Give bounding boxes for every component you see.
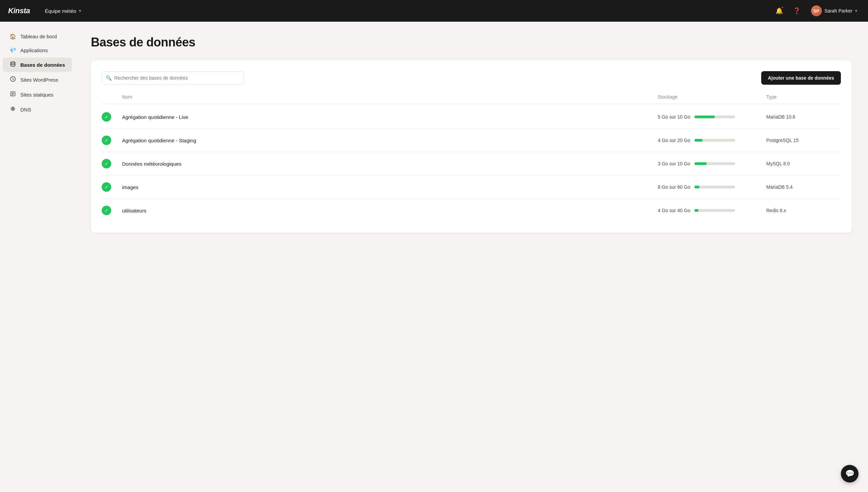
- progress-bar: [694, 209, 735, 212]
- db-name: Agrégation quotidienne - Staging: [122, 138, 658, 143]
- team-name: Équipe météo: [45, 8, 76, 14]
- sidebar-item-dns[interactable]: DNS: [3, 102, 72, 117]
- col-header-status: [102, 94, 122, 100]
- db-name: Agrégation quotidienne - Live: [122, 114, 658, 120]
- storage-cell: 4 Go sur 40 Go: [658, 208, 766, 213]
- storage-text: 4 Go sur 20 Go: [658, 138, 690, 143]
- table-row[interactable]: ✓ Agrégation quotidienne - Live 5 Go sur…: [102, 105, 841, 129]
- databases-card: 🔍 Ajouter une base de données Nom Stocka…: [91, 60, 852, 233]
- user-chevron-icon: ▾: [855, 8, 857, 13]
- search-wrap: 🔍: [102, 71, 244, 84]
- sidebar-item-bases-de-donnees[interactable]: Bases de données: [3, 58, 72, 72]
- sidebar-item-label: Sites statiques: [20, 92, 54, 98]
- db-name: utilisateurs: [122, 208, 658, 213]
- sidebar-item-label: Sites WordPress: [20, 77, 58, 83]
- notification-badge: [781, 6, 784, 9]
- page-title: Bases de données: [91, 35, 852, 49]
- sidebar-item-applications[interactable]: 💎 Applications: [3, 44, 72, 57]
- wordpress-icon: [9, 76, 16, 83]
- db-name: images: [122, 184, 658, 190]
- table-row[interactable]: ✓ Agrégation quotidienne - Staging 4 Go …: [102, 129, 841, 152]
- chat-icon: 💬: [845, 469, 854, 478]
- progress-bar-fill: [694, 139, 703, 142]
- chat-button[interactable]: 💬: [841, 465, 859, 483]
- progress-bar: [694, 186, 735, 188]
- progress-bar: [694, 116, 735, 118]
- sidebar-item-label: Applications: [20, 47, 48, 53]
- storage-text: 8 Go sur 60 Go: [658, 184, 690, 190]
- logo[interactable]: Kinsta: [8, 6, 30, 15]
- progress-bar: [694, 139, 735, 142]
- table-body: ✓ Agrégation quotidienne - Live 5 Go sur…: [102, 105, 841, 222]
- notifications-button[interactable]: 🔔: [773, 5, 785, 17]
- svg-point-0: [11, 62, 15, 63]
- progress-bar-fill: [694, 162, 707, 165]
- table-header: Nom Stockage Type: [102, 94, 841, 104]
- storage-text: 4 Go sur 40 Go: [658, 208, 690, 213]
- db-type: MySQL 8.0: [766, 161, 841, 166]
- storage-text: 3 Go sur 10 Go: [658, 161, 690, 166]
- main-content: Bases de données 🔍 Ajouter une base de d…: [75, 22, 868, 492]
- db-type: PostgreSQL 15: [766, 138, 841, 143]
- sidebar-item-sites-wordpress[interactable]: Sites WordPress: [3, 73, 72, 87]
- sidebar: 🏠 Tableau de bord 💎 Applications Bases d…: [0, 22, 75, 492]
- search-input[interactable]: [102, 71, 244, 84]
- chevron-down-icon: ▾: [79, 8, 81, 13]
- help-button[interactable]: ❓: [791, 5, 803, 17]
- storage-cell: 5 Go sur 10 Go: [658, 114, 766, 120]
- storage-text: 5 Go sur 10 Go: [658, 114, 690, 120]
- applications-icon: 💎: [9, 47, 16, 54]
- table-row[interactable]: ✓ images 8 Go sur 60 Go MariaDB 5.4: [102, 176, 841, 199]
- sidebar-item-label: DNS: [20, 107, 31, 112]
- col-header-storage: Stockage: [658, 94, 766, 100]
- table-row[interactable]: ✓ utilisateurs 4 Go sur 40 Go Redis 6.x: [102, 199, 841, 222]
- table-row[interactable]: ✓ Données météorologiques 3 Go sur 10 Go…: [102, 152, 841, 176]
- add-database-button[interactable]: Ajouter une base de données: [761, 71, 841, 85]
- storage-cell: 8 Go sur 60 Go: [658, 184, 766, 190]
- storage-cell: 4 Go sur 20 Go: [658, 138, 766, 143]
- status-icon: ✓: [102, 112, 122, 122]
- db-type: MariaDB 10.6: [766, 114, 841, 120]
- user-name: Sarah Parker: [825, 8, 852, 14]
- home-icon: 🏠: [9, 33, 16, 40]
- col-header-name: Nom: [122, 94, 658, 100]
- toolbar: 🔍 Ajouter une base de données: [102, 71, 841, 85]
- progress-bar-fill: [694, 186, 700, 188]
- storage-cell: 3 Go sur 10 Go: [658, 161, 766, 166]
- db-type: MariaDB 5.4: [766, 184, 841, 190]
- progress-bar: [694, 162, 735, 165]
- db-type: Redis 6.x: [766, 208, 841, 213]
- database-icon: [9, 61, 16, 68]
- db-name: Données météorologiques: [122, 161, 658, 167]
- search-icon: 🔍: [106, 75, 112, 81]
- col-header-type: Type: [766, 94, 841, 100]
- avatar: SP: [811, 5, 822, 16]
- dns-icon: [9, 106, 16, 113]
- static-sites-icon: [9, 91, 16, 98]
- status-icon: ✓: [102, 182, 122, 192]
- status-icon: ✓: [102, 159, 122, 168]
- help-icon: ❓: [793, 7, 801, 15]
- header-actions: 🔔 ❓ SP Sarah Parker ▾: [773, 4, 860, 18]
- sidebar-item-tableau-de-bord[interactable]: 🏠 Tableau de bord: [3, 30, 72, 43]
- progress-bar-fill: [694, 116, 715, 118]
- main-header: Kinsta Équipe météo ▾ 🔔 ❓ SP Sarah Parke…: [0, 0, 868, 22]
- sidebar-item-label: Bases de données: [20, 62, 65, 68]
- status-icon: ✓: [102, 136, 122, 145]
- sidebar-item-label: Tableau de bord: [20, 34, 57, 39]
- progress-bar-fill: [694, 209, 698, 212]
- sidebar-item-sites-statiques[interactable]: Sites statiques: [3, 87, 72, 102]
- status-icon: ✓: [102, 206, 122, 215]
- user-menu[interactable]: SP Sarah Parker ▾: [808, 4, 860, 18]
- team-selector[interactable]: Équipe météo ▾: [41, 6, 85, 16]
